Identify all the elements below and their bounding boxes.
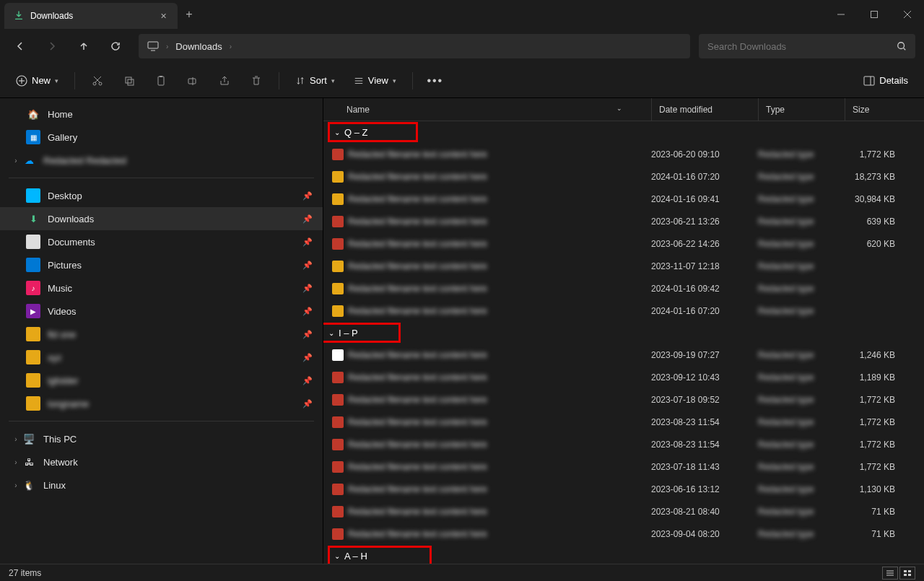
group-label: Q – Z: [344, 127, 411, 138]
sidebar-network[interactable]: ›🖧Network: [0, 450, 323, 473]
sidebar-music[interactable]: ♪Music📌: [0, 276, 323, 300]
more-button[interactable]: •••: [422, 68, 449, 94]
file-row[interactable]: Redacted filename text content here2023-…: [323, 210, 924, 232]
chevron-right-icon[interactable]: ›: [10, 458, 22, 466]
up-button[interactable]: [69, 32, 98, 61]
pin-icon[interactable]: 📌: [302, 284, 313, 293]
column-size[interactable]: Size: [845, 98, 924, 121]
chevron-down-icon[interactable]: ⌄: [334, 552, 340, 560]
search-input[interactable]: [707, 41, 897, 52]
file-row[interactable]: Redacted filename text content here2024-…: [323, 300, 924, 322]
file-row[interactable]: Redacted filename text content here2023-…: [323, 455, 924, 478]
file-row[interactable]: Redacted filename text content here2023-…: [323, 411, 924, 433]
new-tab-button[interactable]: +: [178, 8, 201, 21]
sidebar-user[interactable]: ›☁Redacted Redacted: [0, 149, 323, 172]
new-button[interactable]: New ▾: [9, 71, 66, 91]
tab-downloads[interactable]: Downloads ✕: [4, 3, 178, 29]
file-name: Redacted filename text content here: [348, 194, 651, 204]
paste-button[interactable]: [147, 68, 175, 94]
file-row[interactable]: Redacted filename text content here2023-…: [323, 388, 924, 411]
sidebar-videos[interactable]: ▶Videos📌: [0, 300, 323, 323]
minimize-button[interactable]: [824, 3, 858, 26]
column-type[interactable]: Type: [758, 98, 845, 121]
search-icon[interactable]: [897, 41, 907, 51]
file-row[interactable]: Redacted filename text content here2023-…: [323, 232, 924, 255]
file-row[interactable]: Redacted filename text content here2023-…: [323, 500, 924, 523]
breadcrumb-segment[interactable]: Downloads: [175, 41, 222, 52]
file-row[interactable]: Redacted filename text content here2023-…: [323, 523, 924, 545]
chevron-right-icon[interactable]: ›: [10, 481, 22, 489]
sidebar-folder[interactable]: longname📌: [0, 392, 323, 415]
svg-rect-24: [864, 77, 874, 85]
file-icon: [332, 305, 344, 317]
file-type: Redacted type: [758, 149, 845, 160]
group-header-ip[interactable]: ⌄ I – P: [323, 322, 924, 344]
pin-icon[interactable]: 📌: [302, 376, 313, 385]
copy-button[interactable]: [116, 68, 143, 94]
chevron-right-icon[interactable]: ›: [10, 157, 22, 165]
file-row[interactable]: Redacted filename text content here2023-…: [323, 433, 924, 455]
file-name: Redacted filename text content here: [348, 507, 651, 517]
file-row[interactable]: Redacted filename text content here2024-…: [323, 277, 924, 300]
file-name: Redacted filename text content here: [348, 372, 651, 383]
sidebar-linux[interactable]: ›🐧Linux: [0, 473, 323, 497]
status-bar: 27 items: [0, 564, 924, 581]
chevron-right-icon[interactable]: ›: [10, 435, 22, 443]
svg-rect-29: [904, 570, 907, 572]
file-list[interactable]: ⌄ Q – Z Redacted filename text content h…: [323, 121, 924, 564]
file-row[interactable]: Redacted filename text content here2023-…: [323, 344, 924, 366]
sidebar-gallery[interactable]: ▦Gallery: [0, 126, 323, 149]
details-pane-button[interactable]: Details: [856, 71, 915, 90]
sort-button[interactable]: Sort ▾: [288, 71, 342, 90]
maximize-button[interactable]: [858, 3, 891, 26]
sidebar-thispc[interactable]: ›🖥️This PC: [0, 427, 323, 450]
view-button[interactable]: View ▾: [346, 71, 404, 90]
pin-icon[interactable]: 📌: [302, 191, 313, 201]
file-row[interactable]: Redacted filename text content here2023-…: [323, 366, 924, 388]
file-row[interactable]: Redacted filename text content here2023-…: [323, 478, 924, 500]
forward-button[interactable]: [38, 32, 66, 61]
file-row[interactable]: Redacted filename text content here2024-…: [323, 188, 924, 210]
pin-icon[interactable]: 📌: [302, 307, 313, 316]
titlebar: Downloads ✕ +: [0, 0, 924, 29]
chevron-right-icon[interactable]: ›: [230, 43, 232, 51]
close-window-button[interactable]: [891, 3, 924, 26]
column-date[interactable]: Date modified: [651, 98, 758, 121]
annotation-highlight: ⌄ Q – Z: [328, 122, 418, 142]
sidebar-folder[interactable]: fld one📌: [0, 323, 323, 346]
file-date: 2024-01-16 09:42: [651, 284, 758, 294]
thumbnails-view-toggle[interactable]: [899, 567, 915, 580]
sidebar-desktop[interactable]: Desktop📌: [0, 184, 323, 207]
column-name[interactable]: Name⌄: [323, 105, 651, 115]
sidebar-documents[interactable]: Documents📌: [0, 230, 323, 253]
file-row[interactable]: Redacted filename text content here2023-…: [323, 255, 924, 277]
file-icon: [332, 149, 344, 160]
back-button[interactable]: [6, 32, 35, 61]
share-button[interactable]: [211, 68, 238, 94]
file-row[interactable]: Redacted filename text content here2023-…: [323, 143, 924, 165]
cut-button[interactable]: [84, 68, 111, 94]
sidebar-folder[interactable]: xyz📌: [0, 346, 323, 369]
pin-icon[interactable]: 📌: [302, 214, 313, 224]
details-view-toggle[interactable]: [882, 567, 898, 580]
pin-icon[interactable]: 📌: [302, 237, 313, 247]
rename-button[interactable]: [179, 68, 206, 94]
chevron-down-icon[interactable]: ⌄: [328, 329, 334, 337]
delete-button[interactable]: [243, 68, 270, 94]
pin-icon[interactable]: 📌: [302, 261, 313, 270]
search-box[interactable]: [699, 34, 915, 58]
file-row[interactable]: Redacted filename text content here2024-…: [323, 165, 924, 188]
pin-icon[interactable]: 📌: [302, 353, 313, 362]
tab-close-button[interactable]: ✕: [157, 10, 169, 22]
sidebar-pictures[interactable]: Pictures📌: [0, 253, 323, 276]
sidebar-home[interactable]: 🏠Home: [0, 102, 323, 126]
pin-icon[interactable]: 📌: [302, 330, 313, 339]
chevron-down-icon[interactable]: ⌄: [334, 128, 340, 136]
group-header-ah[interactable]: ⌄ A – H: [323, 545, 924, 564]
group-header-qz[interactable]: ⌄ Q – Z: [323, 121, 924, 143]
address-bar[interactable]: › Downloads ›: [139, 34, 690, 58]
pin-icon[interactable]: 📌: [302, 399, 313, 409]
sidebar-folder[interactable]: lgfolder📌: [0, 369, 323, 392]
sidebar-downloads[interactable]: ⬇Downloads📌: [0, 207, 323, 230]
refresh-button[interactable]: [101, 32, 130, 61]
